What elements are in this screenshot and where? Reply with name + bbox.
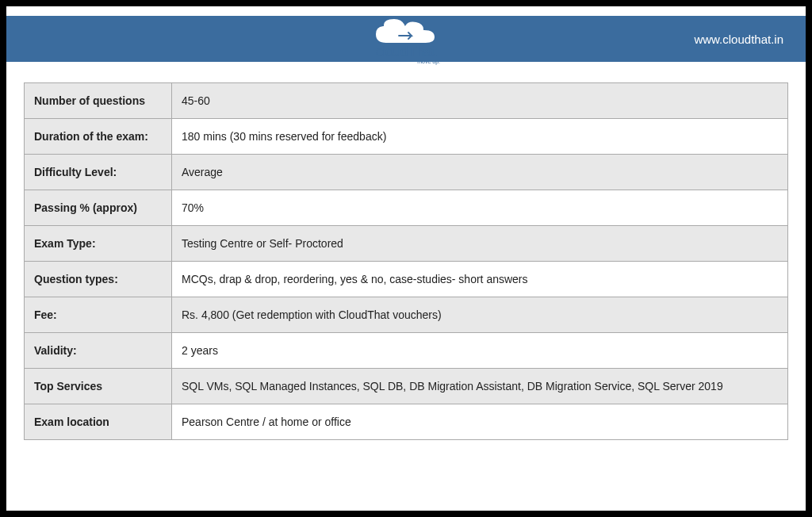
table-row: Question types: MCQs, drap & drop, reord… (25, 262, 788, 297)
table-row: Top Services SQL VMs, SQL Managed Instan… (25, 369, 788, 404)
row-label: Passing % (approx) (25, 190, 172, 226)
table-row: Exam location Pearson Centre / at home o… (25, 404, 788, 440)
row-label: Top Services (25, 369, 172, 404)
row-label: Duration of the exam: (25, 119, 172, 155)
header-url: www.cloudthat.in (694, 33, 783, 46)
row-value: Rs. 4,800 (Get redemption with CloudThat… (172, 297, 788, 333)
table-row: Fee: Rs. 4,800 (Get redemption with Clou… (25, 297, 788, 333)
row-value: SQL VMs, SQL Managed Instances, SQL DB, … (172, 369, 788, 404)
table-body: Number of questions 45-60 Duration of th… (25, 83, 788, 440)
row-value: 180 mins (30 mins reserved for feedback) (172, 119, 788, 155)
row-label: Exam Type: (25, 226, 172, 262)
header-bar: cloudThat move up. www.cloudthat.in (6, 16, 806, 62)
table-row: Number of questions 45-60 (25, 83, 788, 119)
info-table: Number of questions 45-60 Duration of th… (24, 82, 788, 440)
table-row: Validity: 2 years (25, 333, 788, 369)
table-row: Passing % (approx) 70% (25, 190, 788, 226)
row-label: Number of questions (25, 83, 172, 119)
row-value: MCQs, drap & drop, reordering, yes & no,… (172, 262, 788, 297)
row-label: Validity: (25, 333, 172, 369)
row-value: 2 years (172, 333, 788, 369)
row-label: Exam location (25, 404, 172, 440)
content-area: Number of questions 45-60 Duration of th… (6, 62, 806, 454)
page-container: cloudThat move up. www.cloudthat.in Numb… (6, 16, 806, 517)
row-label: Fee: (25, 297, 172, 333)
row-value: 45-60 (172, 83, 788, 119)
logo: cloudThat move up. (367, 12, 445, 64)
table-row: Difficulty Level: Average (25, 155, 788, 190)
cloud-icon (367, 12, 445, 50)
row-value: Pearson Centre / at home or office (172, 404, 788, 440)
table-row: Duration of the exam: 180 mins (30 mins … (25, 119, 788, 155)
row-value: Testing Centre or Self- Proctored (172, 226, 788, 262)
row-label: Question types: (25, 262, 172, 297)
table-row: Exam Type: Testing Centre or Self- Proct… (25, 226, 788, 262)
row-value: 70% (172, 190, 788, 226)
row-value: Average (172, 155, 788, 190)
row-label: Difficulty Level: (25, 155, 172, 190)
